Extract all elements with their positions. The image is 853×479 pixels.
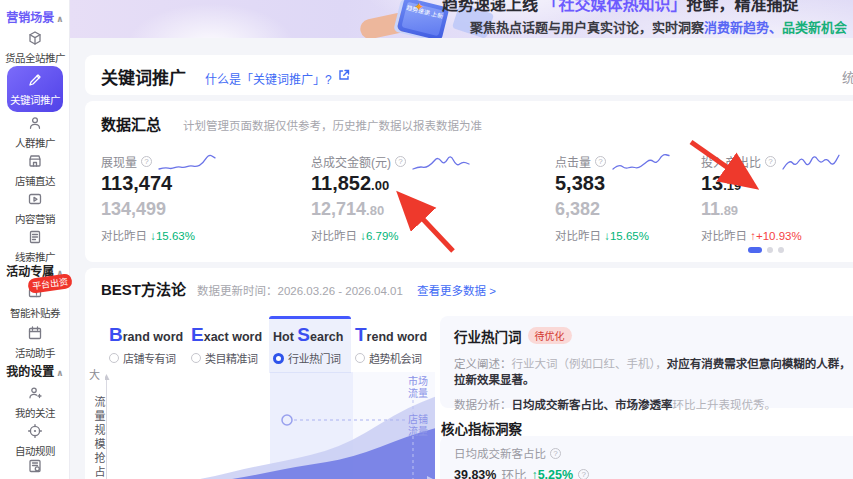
- change-value: ↓15.65%: [604, 230, 649, 242]
- change-value: ↑+10.93%: [750, 230, 801, 242]
- market-traffic-label: 市场流量: [408, 376, 442, 400]
- tab-cn-label: 行业热门词: [288, 350, 341, 366]
- tab-brand-word[interactable]: Brand word 店铺专有词: [105, 316, 187, 373]
- clipped-corner-text: 统: [842, 67, 853, 86]
- document-icon: [27, 229, 43, 245]
- sidebar-item-shop-direct[interactable]: 店铺直达: [0, 153, 70, 189]
- area-chart-svg: [105, 372, 435, 479]
- headline-prefix: 趋势速递上线: [442, 0, 542, 13]
- package-icon: [27, 30, 43, 46]
- summary-title: 数据汇总: [101, 113, 161, 134]
- to-optimize-badge: 待优化: [528, 327, 572, 344]
- metric-value: 113,474: [101, 172, 172, 194]
- view-more-link[interactable]: 查看更多数据 >: [417, 282, 496, 298]
- subline-prefix: 聚焦热点话题与用户真实讨论，实时洞察: [470, 20, 704, 35]
- shop-traffic-label: 店铺流量: [408, 414, 442, 438]
- group-label: 我的设置: [6, 365, 54, 379]
- kpi-change: ↑5.25%: [531, 468, 573, 479]
- metric-value: 13: [701, 172, 723, 194]
- target-icon: [27, 423, 43, 439]
- definition-line: 定义阐述：行业大词（例如口红、手机），对应有消费需求但意向模糊的人群，拉新效果显…: [454, 355, 853, 387]
- tab-cn-label: 类目精准词: [205, 350, 258, 366]
- metric-gmv: 总成交金额(元)? 11,852.00 12,714.80 对比昨日 ↓6.79…: [311, 153, 470, 243]
- radio-selected-icon[interactable]: [273, 353, 284, 364]
- sidebar-item-content[interactable]: 内容营销: [0, 191, 70, 227]
- what-is-link[interactable]: 什么是「关键词推广」?: [205, 70, 332, 87]
- sidebar-item-label: 智能补贴券: [10, 307, 60, 319]
- sidebar-item-label: 关键词推广: [10, 94, 60, 106]
- banner-subline: 聚焦热点话题与用户真实讨论，实时洞察消费新趋势、品类新机会: [470, 17, 847, 36]
- metric-label: 点击量: [555, 153, 591, 170]
- metric-value-decimal: .19: [723, 178, 741, 193]
- external-link-icon[interactable]: [338, 69, 350, 81]
- sidebar-item-records[interactable]: 我的操作记录: [0, 458, 70, 479]
- industry-hot-words-panel: 行业热门词待优化 定义阐述：行业大词（例如口红、手机），对应有消费需求但意向模糊…: [440, 316, 853, 408]
- core-insight-title: 核心指标洞察: [441, 418, 522, 438]
- subline-trend: 消费新趋势、: [704, 20, 782, 35]
- help-circle-icon[interactable]: ?: [550, 448, 561, 459]
- tab-trend-word[interactable]: Trend word 趋势机会词: [351, 316, 433, 373]
- sparkline-clicks: [612, 151, 670, 171]
- kpi-box: 日均成交新客占比? 39.83%环比↑5.25%? 同行同层均值: 34.34%: [440, 436, 853, 479]
- metric-impressions: 展现量? 113,474 134,499 对比昨日 ↓15.63%: [101, 153, 216, 243]
- radio-icon[interactable]: [191, 353, 201, 363]
- guide-point: [282, 415, 292, 425]
- sidebar-item-full-site[interactable]: 货品全站推广: [0, 30, 70, 66]
- help-circle-icon[interactable]: ?: [765, 156, 776, 167]
- chevron-up-icon: ∧: [56, 368, 63, 378]
- help-circle-icon[interactable]: ?: [578, 469, 589, 479]
- best-methodology-card: BEST方法论 数据更新时间：2026.03.26 - 2026.04.01 查…: [85, 268, 853, 479]
- best-title: BEST方法论: [101, 278, 186, 299]
- metric-prev-value: 11: [701, 199, 720, 219]
- change-value: ↓6.79%: [360, 230, 398, 242]
- metric-prev-value: 12,714: [311, 199, 366, 219]
- metric-label: 投入产出比: [701, 153, 761, 170]
- headline-suffix: 抢鲜，精准捕捉: [686, 0, 798, 13]
- best-tabs: Brand word 店铺专有词 Exact word 类目精准词 Hot Se…: [105, 316, 435, 373]
- pen-icon: [27, 72, 43, 88]
- sidebar-item-audience[interactable]: 人群推广: [0, 115, 70, 151]
- help-circle-icon[interactable]: ?: [141, 156, 152, 167]
- help-circle-icon[interactable]: ?: [395, 156, 406, 167]
- metric-prev-decimal: .80: [366, 203, 384, 218]
- tab-exact-word[interactable]: Exact word 类目精准词: [187, 316, 269, 373]
- app-root: 营销场景∧ 货品全站推广 关键词推广 人群推广 店铺直达 内容营销 线索推广 活…: [0, 0, 853, 479]
- sidebar-item-activity-helper[interactable]: 活动助手: [0, 325, 70, 361]
- page-header-card: 关键词推广 什么是「关键词推广」? 统: [85, 55, 853, 95]
- kpi-label: 日均成交新客占比: [454, 445, 546, 461]
- compare-label: 对比昨日: [555, 230, 601, 242]
- sidebar-item-auto-rules[interactable]: 自动规则: [0, 423, 70, 459]
- change-value: ↓15.63%: [150, 230, 195, 242]
- metric-label: 展现量: [101, 153, 137, 170]
- help-circle-icon[interactable]: ?: [595, 156, 606, 167]
- metric-label: 总成交金额(元): [311, 153, 391, 170]
- sidebar-item-label: 货品全站推广: [5, 52, 65, 64]
- sidebar-item-keyword[interactable]: 关键词推广: [7, 66, 63, 112]
- promo-banner[interactable]: 趋势速递 上新 ✦ 趋势速递上线 「社交媒体热知识」抢鲜，精准捕捉 聚焦热点话题…: [70, 0, 853, 38]
- sidebar-item-follows[interactable]: 我的关注: [0, 385, 70, 421]
- metric-value-decimal: .00: [371, 178, 389, 193]
- radio-icon[interactable]: [355, 353, 365, 363]
- compare-label: 对比昨日: [701, 230, 747, 242]
- metric-clicks: 点击量? 5,383 6,382 对比昨日 ↓15.65%: [555, 153, 670, 243]
- sidebar-group-settings[interactable]: 我的设置∧: [0, 362, 70, 379]
- sparkline-roi: [782, 151, 840, 171]
- sidebar-item-label: 店铺直达: [15, 175, 55, 187]
- dot[interactable]: [778, 247, 784, 253]
- tab-hot-search[interactable]: Hot Search 行业热门词: [269, 316, 351, 373]
- dot-active[interactable]: [748, 247, 762, 253]
- sidebar-item-leads[interactable]: 线索推广: [0, 229, 70, 265]
- metric-prev-value: 6,382: [555, 199, 600, 219]
- kpi-value: 39.83%: [454, 468, 496, 479]
- update-time: 数据更新时间：2026.03.26 - 2026.04.01: [197, 282, 403, 298]
- sidebar-group-marketing[interactable]: 营销场景∧: [0, 8, 70, 25]
- sidebar: 营销场景∧ 货品全站推广 关键词推广 人群推广 店铺直达 内容营销 线索推广 活…: [0, 0, 70, 479]
- history-doc-icon: [27, 458, 43, 474]
- sparkline-impressions: [158, 151, 216, 171]
- sidebar-item-label: 我的关注: [15, 407, 55, 419]
- metric-prev-decimal: .89: [720, 203, 738, 218]
- radio-icon[interactable]: [109, 353, 119, 363]
- metric-prev-value: 134,499: [101, 199, 166, 219]
- sidebar-item-label: 自动规则: [15, 445, 55, 457]
- dot[interactable]: [767, 247, 773, 253]
